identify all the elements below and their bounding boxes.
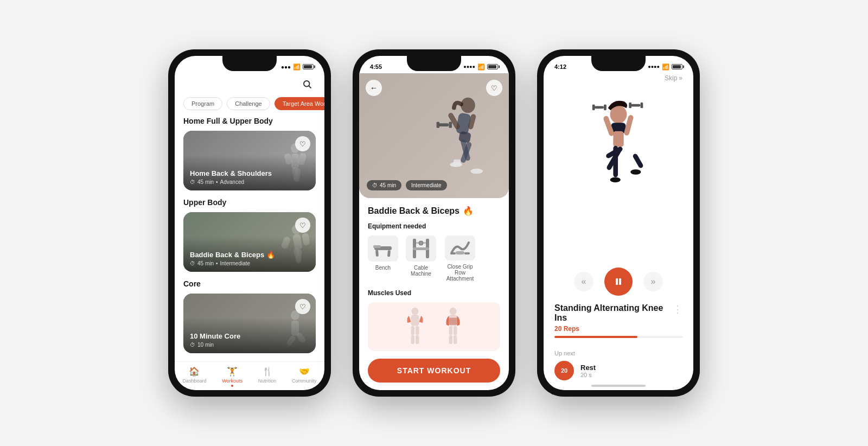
svg-rect-53 [449, 335, 453, 344]
tab-target-area[interactable]: Target Area Workout [275, 97, 324, 110]
svg-point-49 [449, 308, 456, 315]
wifi-2: 📶 [477, 63, 485, 71]
svg-point-0 [304, 81, 310, 87]
svg-rect-44 [411, 315, 419, 326]
bench-icon [368, 235, 398, 262]
svg-rect-32 [375, 250, 379, 257]
exercise-name-row: Standing Alternating Knee Ins ⋮ [554, 303, 682, 323]
nav-workouts[interactable]: 🏋 Workouts [222, 366, 242, 384]
svg-rect-57 [613, 131, 623, 147]
workout-emoji: 🔥 [463, 206, 474, 216]
duration-badge: ⏱ 45 min [367, 180, 401, 190]
equipment-label: Equipment needed [368, 222, 500, 230]
workout-hero: ← ♡ ⏱ 45 min Intermediate [359, 73, 509, 198]
level-badge: Intermediate [406, 180, 447, 190]
svg-rect-46 [416, 326, 419, 335]
svg-point-39 [419, 241, 423, 245]
search-bar [175, 73, 324, 97]
cable-icon [406, 235, 436, 262]
player-controls: « » [544, 262, 693, 303]
svg-rect-67 [604, 105, 607, 111]
more-options-icon[interactable]: ⋮ [673, 303, 682, 315]
up-next-info: Rest 20 s [580, 364, 596, 378]
svg-line-1 [309, 86, 311, 88]
svg-rect-61 [632, 153, 644, 169]
svg-rect-73 [619, 278, 621, 285]
bottom-nav: 🏠 Dashboard 🏋 Workouts 🍴 Nutrition 🤝 Com… [175, 361, 324, 390]
bench-label: Bench [375, 265, 391, 271]
exercise-reps: 20 Reps [554, 325, 682, 333]
svg-rect-41 [450, 252, 456, 254]
back-button[interactable]: ← [366, 80, 382, 96]
workouts-icon: 🏋 [227, 366, 238, 377]
signal-2: ●●●● [463, 64, 475, 69]
workout-card-2[interactable]: ♡ Baddie Back & Biceps 🔥 ⏱ 45 min • Inte… [183, 212, 316, 272]
nav-community[interactable]: 🤝 Community [292, 366, 317, 384]
up-next-row: 20 Rest 20 s [554, 361, 682, 380]
battery-icon [303, 64, 314, 69]
hero-heart-button[interactable]: ♡ [486, 80, 502, 96]
home-indicator [591, 385, 646, 387]
up-next-label: Up next [554, 350, 682, 356]
nav-label-nutrition: Nutrition [258, 378, 277, 384]
start-workout-button[interactable]: START WORKOUT [368, 359, 500, 383]
svg-rect-23 [437, 122, 440, 128]
equipment-cable: Cable Machine [405, 235, 437, 282]
pause-button[interactable] [604, 267, 633, 296]
nav-label-dashboard: Dashboard [182, 378, 206, 384]
card-heart-1[interactable]: ♡ [295, 136, 310, 151]
card-info-3: 10 Minute Core ⏱ 10 min [190, 332, 240, 348]
svg-rect-33 [387, 250, 391, 257]
svg-rect-72 [616, 278, 618, 285]
workout-title-row: Baddie Back & Biceps 🔥 [368, 206, 500, 216]
next-button[interactable]: » [643, 272, 663, 291]
workout-title: Baddie Back & Biceps [368, 206, 459, 216]
exercise-name: Standing Alternating Knee Ins [554, 303, 673, 323]
nav-label-workouts: Workouts [222, 378, 242, 384]
notch-3 [591, 56, 646, 71]
section-title-2: Upper Body [175, 198, 324, 212]
exercise-figure-area [544, 82, 693, 262]
phone-3: 4:12 ●●●● 📶 Skip » [537, 49, 700, 397]
prev-button[interactable]: « [574, 272, 593, 291]
tab-challenge[interactable]: Challenge [227, 97, 270, 110]
community-icon: 🤝 [299, 366, 310, 377]
svg-rect-52 [454, 326, 457, 335]
section-title-1: Home Full & Upper Body [175, 117, 324, 131]
dashboard-icon: 🏠 [189, 366, 200, 377]
skip-arrow: » [679, 74, 682, 82]
equipment-row-attachment: Close Grip Row Attachment [444, 235, 476, 282]
notch-1 [222, 56, 277, 71]
wifi-3: 📶 [662, 63, 669, 71]
card-heart-2[interactable]: ♡ [295, 218, 310, 233]
filter-tabs: Program Challenge Target Area Workout Ca… [175, 97, 324, 117]
signal-3: ●●●● [648, 64, 660, 69]
workout-details: Baddie Back & Biceps 🔥 Equipment needed [359, 198, 509, 390]
svg-rect-30 [454, 160, 461, 165]
tab-program[interactable]: Program [183, 97, 222, 110]
search-button[interactable] [298, 75, 316, 93]
svg-rect-37 [413, 247, 429, 250]
svg-rect-40 [456, 251, 464, 254]
svg-rect-69 [631, 104, 640, 107]
signal-icon: ●●● [281, 64, 291, 70]
nav-dashboard[interactable]: 🏠 Dashboard [182, 366, 206, 384]
svg-rect-70 [629, 103, 631, 109]
nav-nutrition[interactable]: 🍴 Nutrition [258, 366, 277, 384]
progress-fill [554, 336, 637, 338]
card-name-3: 10 Minute Core [190, 332, 240, 340]
svg-point-62 [610, 177, 621, 183]
workout-card-3[interactable]: ♡ 10 Minute Core ⏱ 10 min [183, 294, 316, 353]
muscles-section: Muscles Used [368, 289, 500, 351]
up-next-name: Rest [580, 364, 596, 372]
exercise-figure [559, 99, 678, 245]
workout-card-1[interactable]: ♡ Home Back & Shoulders ⏱ 45 min • Advan… [183, 131, 316, 190]
status-icons-1: ●●● 📶 [281, 63, 314, 71]
battery-2 [487, 64, 498, 69]
card-heart-3[interactable]: ♡ [295, 299, 310, 314]
card-meta-1: ⏱ 45 min • Advanced [190, 179, 272, 185]
exercise-info: Standing Alternating Knee Ins ⋮ 20 Reps [544, 303, 693, 350]
card-name-2: Baddie Back & Biceps 🔥 [190, 251, 275, 259]
skip-button[interactable]: Skip » [665, 74, 682, 82]
wifi-icon: 📶 [293, 63, 301, 71]
